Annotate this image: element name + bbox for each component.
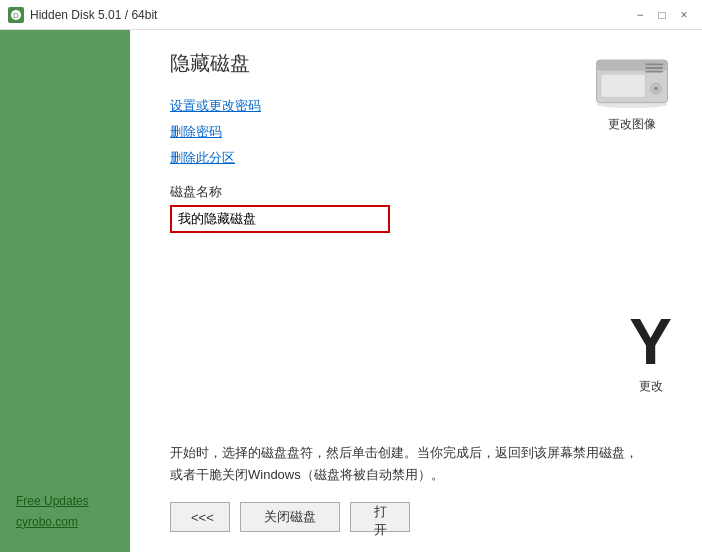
svg-rect-6 bbox=[645, 67, 663, 69]
title-bar-left: D Hidden Disk 5.01 / 64bit bbox=[8, 7, 157, 23]
svg-rect-7 bbox=[645, 71, 663, 73]
app-icon: D bbox=[8, 7, 24, 23]
disk-image-area: 更改图像 bbox=[592, 50, 672, 133]
change-image-link[interactable]: 更改图像 bbox=[608, 116, 656, 133]
disk-name-input[interactable] bbox=[170, 205, 390, 233]
drive-letter: Y bbox=[629, 310, 672, 374]
svg-text:D: D bbox=[13, 11, 19, 20]
title-text: Hidden Disk 5.01 / 64bit bbox=[30, 8, 157, 22]
delete-partition-link[interactable]: 删除此分区 bbox=[170, 149, 672, 167]
title-controls: − □ × bbox=[630, 5, 694, 25]
drive-letter-area: Y 更改 bbox=[629, 310, 672, 395]
disk-name-label: 磁盘名称 bbox=[170, 183, 672, 201]
open-button[interactable]: 打开 bbox=[350, 502, 410, 532]
description-text: 开始时，选择的磁盘盘符，然后单击创建。当你完成后，返回到该屏幕禁用磁盘，或者干脆… bbox=[170, 442, 650, 486]
close-disk-button[interactable]: 关闭磁盘 bbox=[240, 502, 340, 532]
change-drive-link[interactable]: 更改 bbox=[639, 378, 663, 395]
svg-point-10 bbox=[654, 87, 658, 91]
close-button[interactable]: × bbox=[674, 5, 694, 25]
svg-rect-5 bbox=[645, 64, 663, 66]
sidebar-links: Free Updates cyrobo.com bbox=[16, 492, 130, 532]
back-button[interactable]: <<< bbox=[170, 502, 230, 532]
content-area: 隐藏磁盘 更改图像 bbox=[130, 30, 702, 552]
sidebar: Free Updates cyrobo.com bbox=[0, 30, 130, 552]
svg-rect-8 bbox=[601, 74, 645, 97]
main-container: Free Updates cyrobo.com 隐藏磁盘 bbox=[0, 30, 702, 552]
title-bar: D Hidden Disk 5.01 / 64bit − □ × bbox=[0, 0, 702, 30]
maximize-button[interactable]: □ bbox=[652, 5, 672, 25]
disk-icon bbox=[592, 50, 672, 110]
bottom-buttons: <<< 关闭磁盘 打开 bbox=[170, 502, 672, 532]
cyrobo-link[interactable]: cyrobo.com bbox=[16, 513, 130, 532]
minimize-button[interactable]: − bbox=[630, 5, 650, 25]
disk-name-row bbox=[170, 205, 672, 233]
free-updates-link[interactable]: Free Updates bbox=[16, 492, 130, 511]
